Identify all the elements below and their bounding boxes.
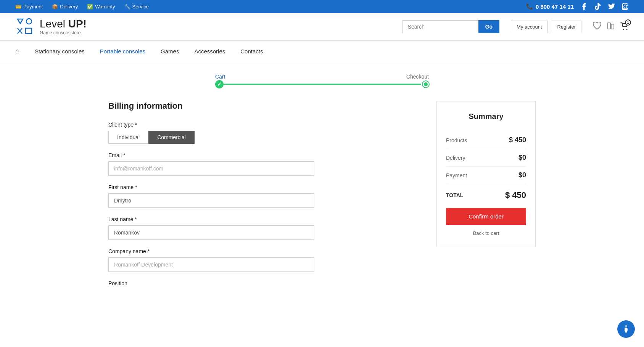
search-button[interactable]: Go [478,20,499,33]
topbar-delivery[interactable]: 📦 Delivery [52,4,78,10]
logo[interactable]: Level UP! Game console store [15,17,87,37]
checkout-step-label: Checkout [406,74,429,80]
back-to-cart-link[interactable]: Back to cart [446,230,526,236]
svg-point-7 [623,29,624,30]
compare-icon[interactable] [607,22,615,32]
delivery-value: $0 [518,154,526,162]
firstname-group: First name * [108,184,421,208]
header-icons: 1 [593,22,629,32]
client-type-label: Client type * [108,122,421,128]
top-bar: 💳 Payment 📦 Delivery ✅ Warranty 🔧 Servic… [0,0,644,13]
lastname-group: Last name * [108,216,421,240]
logo-svg [15,17,35,37]
company-label: Company name * [108,248,421,254]
tiktok-icon[interactable] [594,3,601,10]
progress-dot-start: ✓ [215,80,224,88]
nav: ⌂ Stationary consoles Portable consoles … [0,41,644,62]
top-bar-links: 💳 Payment 📦 Delivery ✅ Warranty 🔧 Servic… [15,4,149,10]
nav-stationary-consoles[interactable]: Stationary consoles [35,48,85,55]
topbar-payment[interactable]: 💳 Payment [15,4,43,10]
products-label: Products [446,137,467,143]
total-label: TOTAL [446,192,463,198]
billing-title: Billing information [108,101,421,111]
nav-home-icon[interactable]: ⌂ [15,47,19,55]
wishlist-icon[interactable] [593,22,601,32]
svg-point-1 [26,19,32,24]
products-value: $ 450 [509,136,526,144]
svg-marker-0 [18,19,23,24]
cart-step-label: Cart [215,74,225,80]
main-content: Cart Checkout ✓ Billing information Clie… [93,62,551,306]
my-account-button[interactable]: My account [511,21,547,33]
svg-point-8 [626,29,628,30]
total-row: TOTAL $ 450 [446,184,526,208]
delivery-row: Delivery $0 [446,149,526,167]
company-group: Company name * [108,248,421,272]
progress-labels: Cart Checkout [215,74,429,80]
search-input[interactable] [402,20,478,33]
topbar-warranty[interactable]: ✅ Warranty [87,4,115,10]
progress-dot-end [423,81,429,87]
content-layout: Billing information Client type * Indivi… [108,101,536,295]
logo-text: Level UP! Game console store [40,18,87,35]
svg-rect-4 [26,28,32,34]
twitter-x-icon[interactable] [608,3,615,10]
delivery-icon: 📦 [52,4,58,10]
nav-portable-consoles[interactable]: Portable consoles [100,48,145,55]
email-field[interactable] [108,161,314,176]
payment-icon: 💳 [15,4,21,10]
facebook-icon[interactable] [581,3,588,10]
email-group: Email * [108,152,421,176]
nav-accessories[interactable]: Accessories [194,48,225,55]
payment-value: $0 [518,171,526,179]
warranty-icon: ✅ [87,4,93,10]
register-button[interactable]: Register [552,21,581,33]
svg-rect-5 [608,22,610,29]
progress-line [223,84,421,85]
firstname-label: First name * [108,184,421,190]
top-bar-right: 📞 0 800 47 14 11 [526,3,629,10]
firstname-field[interactable] [108,193,314,208]
delivery-label: Delivery [446,155,465,161]
position-label: Position [108,280,421,286]
payment-label: Payment [446,172,467,178]
client-type-group: Client type * Individual Commercial [108,122,421,144]
email-label: Email * [108,152,421,158]
header-actions: My account Register [511,21,581,33]
progress-track: ✓ [215,83,429,86]
nav-games[interactable]: Games [161,48,179,55]
cart-icon[interactable]: 1 [620,22,629,32]
topbar-service[interactable]: 🔧 Service [124,4,149,10]
summary-title: Summary [446,112,526,121]
header: Level UP! Game console store Go My accou… [0,13,644,41]
search-bar: Go [402,20,499,33]
svg-rect-6 [611,24,614,29]
lastname-field[interactable] [108,225,314,240]
payment-row: Payment $0 [446,167,526,184]
billing-form-section: Billing information Client type * Indivi… [108,101,421,295]
service-icon: 🔧 [124,4,130,10]
instagram-icon[interactable] [622,3,629,10]
lastname-label: Last name * [108,216,421,222]
client-type-toggle: Individual Commercial [108,131,421,144]
phone-icon: 📞 [526,3,533,10]
nav-contacts[interactable]: Contacts [240,48,263,55]
checkout-progress: Cart Checkout ✓ [108,74,536,86]
logo-subtitle: Game console store [40,30,87,35]
commercial-toggle[interactable]: Commercial [148,131,195,144]
phone-number: 📞 0 800 47 14 11 [526,3,574,10]
individual-toggle[interactable]: Individual [108,131,148,144]
company-field[interactable] [108,257,314,272]
cart-badge: 1 [625,19,631,26]
confirm-order-button[interactable]: Confirm order [446,208,526,225]
products-row: Products $ 450 [446,132,526,149]
summary-section: Summary Products $ 450 Delivery $0 Payme… [436,101,536,247]
total-value: $ 450 [505,190,526,200]
position-group: Position [108,280,421,286]
logo-title: Level UP! [40,18,87,30]
